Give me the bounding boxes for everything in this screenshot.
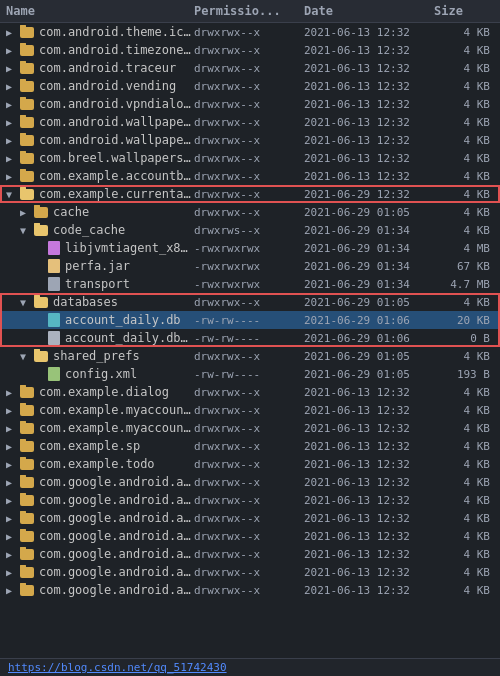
table-row[interactable]: com.google.android.apps.next...drwxrwx--… (0, 545, 500, 563)
size-cell: 4 KB (434, 116, 494, 129)
folder-arrow-icon[interactable] (6, 171, 18, 182)
folder-arrow-icon[interactable] (6, 459, 18, 470)
name-cell: com.example.dialog (6, 385, 194, 399)
name-cell: databases (6, 295, 194, 309)
folder-icon (34, 207, 48, 218)
table-row[interactable]: com.android.theme.icon_pack...drwxrwx--x… (0, 23, 500, 41)
permission-cell: drwxrwx--x (194, 458, 304, 471)
item-name: com.android.vpndialogs (39, 97, 194, 111)
folder-arrow-icon[interactable] (20, 351, 32, 362)
folder-arrow-icon[interactable] (6, 117, 18, 128)
table-row[interactable]: com.example.spdrwxrwx--x2021-06-13 12:32… (0, 437, 500, 455)
folder-arrow-icon[interactable] (6, 549, 18, 560)
folder-arrow-icon[interactable] (6, 135, 18, 146)
date-cell: 2021-06-13 12:32 (304, 440, 434, 453)
table-row[interactable]: com.android.timezone.update...drwxrwx--x… (0, 41, 500, 59)
table-row[interactable]: libjvmtiagent_x86.so-rwxrwxrwx2021-06-29… (0, 239, 500, 257)
permission-cell: drwxrwx--x (194, 422, 304, 435)
table-row[interactable]: shared_prefsdrwxrwx--x2021-06-29 01:054 … (0, 347, 500, 365)
date-cell: 2021-06-13 12:32 (304, 170, 434, 183)
folder-icon (20, 189, 34, 200)
item-name: libjvmtiagent_x86.so (65, 241, 194, 255)
table-row[interactable]: config.xml-rw-rw----2021-06-29 01:05193 … (0, 365, 500, 383)
table-row[interactable]: com.google.android.apps.pho...drwxrwx--x… (0, 563, 500, 581)
size-cell: 4 KB (434, 584, 494, 597)
permission-cell: drwxrwx--x (194, 98, 304, 111)
table-row[interactable]: com.example.accountbookdrwxrwx--x2021-06… (0, 167, 500, 185)
name-cell: account_daily.db (6, 313, 194, 327)
size-cell: 4.7 MB (434, 278, 494, 291)
folder-arrow-icon[interactable] (6, 189, 18, 200)
name-cell: com.example.myaccountbook (6, 421, 194, 435)
folder-arrow-icon[interactable] (20, 225, 32, 236)
folder-icon (20, 477, 34, 488)
date-cell: 2021-06-13 12:32 (304, 566, 434, 579)
table-row[interactable]: com.google.android.apps.doc...drwxrwx--x… (0, 473, 500, 491)
table-row[interactable]: com.example.dialogdrwxrwx--x2021-06-13 1… (0, 383, 500, 401)
file-list[interactable]: com.android.theme.icon_pack...drwxrwx--x… (0, 23, 500, 658)
table-row[interactable]: com.google.android.apps.pixe...drwxrwx--… (0, 581, 500, 599)
table-row[interactable]: com.google.android.apps.mes...drwxrwx--x… (0, 509, 500, 527)
folder-arrow-icon[interactable] (6, 405, 18, 416)
date-cell: 2021-06-13 12:32 (304, 152, 434, 165)
folder-arrow-icon[interactable] (6, 567, 18, 578)
date-cell: 2021-06-13 12:32 (304, 98, 434, 111)
folder-arrow-icon[interactable] (6, 513, 18, 524)
table-row[interactable]: com.android.traceurdrwxrwx--x2021-06-13 … (0, 59, 500, 77)
folder-arrow-icon[interactable] (6, 63, 18, 74)
folder-icon (20, 63, 34, 74)
table-row[interactable]: cachedrwxrwx--x2021-06-29 01:054 KB (0, 203, 500, 221)
date-cell: 2021-06-13 12:32 (304, 512, 434, 525)
permission-cell: -rw-rw---- (194, 332, 304, 345)
table-row[interactable]: com.android.vendingdrwxrwx--x2021-06-13 … (0, 77, 500, 95)
date-cell: 2021-06-29 01:34 (304, 278, 434, 291)
folder-arrow-icon[interactable] (6, 81, 18, 92)
folder-arrow-icon[interactable] (6, 27, 18, 38)
permission-cell: drwxrwx--x (194, 134, 304, 147)
item-name: config.xml (65, 367, 137, 381)
permission-cell: -rwxrwxrwx (194, 260, 304, 273)
permission-cell: drwxrwx--x (194, 440, 304, 453)
table-row[interactable]: com.example.tododrwxrwx--x2021-06-13 12:… (0, 455, 500, 473)
table-row[interactable]: perfa.jar-rwxrwxrwx2021-06-29 01:3467 KB (0, 257, 500, 275)
table-row[interactable]: com.google.android.apps.next...drwxrwx--… (0, 527, 500, 545)
folder-arrow-icon[interactable] (6, 585, 18, 596)
folder-arrow-icon[interactable] (6, 423, 18, 434)
table-row[interactable]: transport-rwxrwxrwx2021-06-29 01:344.7 M… (0, 275, 500, 293)
table-row[interactable]: com.breel.wallpapers18drwxrwx--x2021-06-… (0, 149, 500, 167)
date-cell: 2021-06-29 01:06 (304, 314, 434, 327)
item-name: com.breel.wallpapers18 (39, 151, 194, 165)
folder-arrow-icon[interactable] (6, 441, 18, 452)
table-row[interactable]: account_daily.db-rw-rw----2021-06-29 01:… (0, 311, 500, 329)
file-icon (48, 313, 60, 327)
folder-arrow-icon[interactable] (6, 153, 18, 164)
size-cell: 4 KB (434, 80, 494, 93)
status-bar[interactable]: https://blog.csdn.net/qq_51742430 (0, 658, 500, 676)
folder-icon (20, 387, 34, 398)
folder-arrow-icon[interactable] (6, 531, 18, 542)
table-row[interactable]: com.android.wallpaper.livepic...drwxrwx-… (0, 113, 500, 131)
table-row[interactable]: databasesdrwxrwx--x2021-06-29 01:054 KB (0, 293, 500, 311)
folder-arrow-icon[interactable] (6, 99, 18, 110)
table-row[interactable]: account_daily.db-journal-rw-rw----2021-0… (0, 329, 500, 347)
table-row[interactable]: com.android.vpndialogsdrwxrwx--x2021-06-… (0, 95, 500, 113)
folder-arrow-icon[interactable] (6, 495, 18, 506)
table-row[interactable]: com.google.android.apps.map...drwxrwx--x… (0, 491, 500, 509)
folder-icon (20, 153, 34, 164)
permission-cell: drwxrwx--x (194, 476, 304, 489)
name-cell: com.google.android.apps.mes... (6, 511, 194, 525)
folder-arrow-icon[interactable] (6, 387, 18, 398)
status-url[interactable]: https://blog.csdn.net/qq_51742430 (8, 661, 227, 674)
table-row[interactable]: com.example.myaccountappdrwxrwx--x2021-0… (0, 401, 500, 419)
name-cell: com.example.sp (6, 439, 194, 453)
folder-arrow-icon[interactable] (20, 297, 32, 308)
folder-arrow-icon[interactable] (6, 477, 18, 488)
table-row[interactable]: com.example.currentaccountdrwxrwx--x2021… (0, 185, 500, 203)
table-row[interactable]: code_cachedrwxrws--x2021-06-29 01:344 KB (0, 221, 500, 239)
folder-arrow-icon[interactable] (20, 207, 32, 218)
folder-arrow-icon[interactable] (6, 45, 18, 56)
file-icon (48, 277, 60, 291)
table-row[interactable]: com.android.wallpaperbackupdrwxrwx--x202… (0, 131, 500, 149)
table-row[interactable]: com.example.myaccountbookdrwxrwx--x2021-… (0, 419, 500, 437)
size-cell: 67 KB (434, 260, 494, 273)
